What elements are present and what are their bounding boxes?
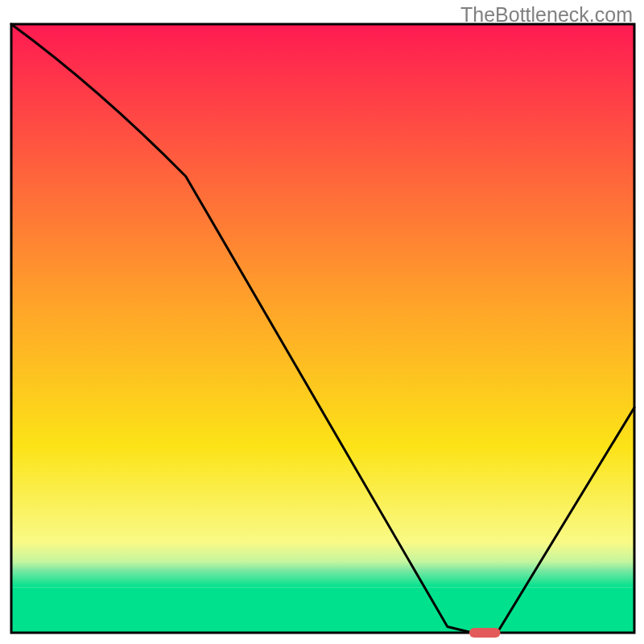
chart-container: TheBottleneck.com bbox=[0, 0, 644, 644]
bottleneck-chart bbox=[0, 0, 644, 644]
svg-rect-0 bbox=[11, 24, 634, 587]
svg-rect-1 bbox=[11, 587, 634, 633]
svg-rect-3 bbox=[469, 628, 501, 638]
watermark-text: TheBottleneck.com bbox=[460, 3, 633, 27]
